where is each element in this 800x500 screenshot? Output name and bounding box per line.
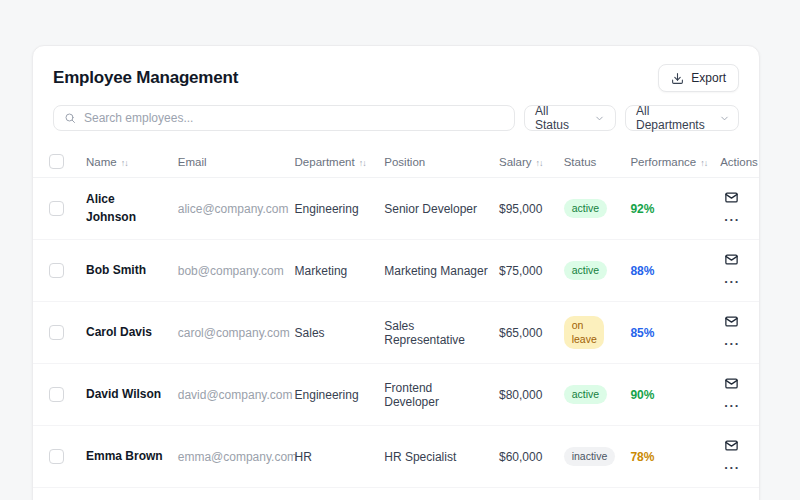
chevron-down-icon <box>594 113 605 124</box>
employee-department: Sales <box>290 302 380 364</box>
column-label: Salary <box>499 156 532 168</box>
employee-name: Emma Brown <box>81 426 173 488</box>
row-checkbox[interactable] <box>49 201 64 216</box>
employee-position: Senior Developer <box>379 178 494 240</box>
search-input[interactable] <box>84 111 504 125</box>
row-select-cell <box>33 426 81 488</box>
table-body: Alice Johnsonalice@company.comEngineerin… <box>33 178 759 488</box>
employee-position: Sales Representative <box>379 302 494 364</box>
employee-salary: $60,000 <box>494 426 559 488</box>
status-badge: active <box>564 385 607 405</box>
row-select-cell <box>33 364 81 426</box>
sort-icon: ↑↓ <box>700 158 707 168</box>
sort-icon: ↑↓ <box>121 158 128 168</box>
employee-position: HR Specialist <box>379 426 494 488</box>
column-header-actions: Actions <box>715 146 759 178</box>
envelope-icon <box>724 438 739 453</box>
employee-position: Frontend Developer <box>379 364 494 426</box>
email-button[interactable] <box>720 312 743 334</box>
table-row: David Wilsondavid@company.comEngineering… <box>33 364 759 426</box>
employee-email: alice@company.com <box>173 178 290 240</box>
performance-value: 85% <box>630 326 654 340</box>
table-row: Alice Johnsonalice@company.comEngineerin… <box>33 178 759 240</box>
column-header-name[interactable]: Name↑↓ <box>81 146 173 178</box>
actions-cell: ··· <box>715 426 759 488</box>
envelope-icon <box>724 376 739 391</box>
employee-table: Name↑↓EmailDepartment↑↓PositionSalary↑↓S… <box>33 146 759 488</box>
performance-value: 90% <box>630 388 654 402</box>
actions-cell: ··· <box>715 364 759 426</box>
column-header-email: Email <box>173 146 290 178</box>
export-button-label: Export <box>691 71 726 85</box>
row-checkbox[interactable] <box>49 387 64 402</box>
email-button[interactable] <box>720 374 743 396</box>
employee-status-cell: active <box>559 364 626 426</box>
performance-value: 78% <box>630 450 654 464</box>
email-button[interactable] <box>720 250 743 272</box>
column-header-status: Status <box>559 146 626 178</box>
row-select-cell <box>33 302 81 364</box>
department-filter-select[interactable]: All Departments <box>625 105 739 131</box>
employee-status-cell: active <box>559 240 626 302</box>
row-select-cell <box>33 240 81 302</box>
status-filter-value: All Status <box>535 104 580 132</box>
more-actions-button[interactable]: ··· <box>720 458 744 477</box>
column-header-department[interactable]: Department↑↓ <box>290 146 380 178</box>
toolbar: All Status All Departments <box>33 105 759 146</box>
email-button[interactable] <box>720 188 743 210</box>
table-row: Bob Smithbob@company.comMarketingMarketi… <box>33 240 759 302</box>
column-label: Department <box>295 156 355 168</box>
envelope-icon <box>724 252 739 267</box>
employee-management-card: Employee Management Export All Status Al… <box>32 45 760 500</box>
employee-performance-cell: 88% <box>625 240 715 302</box>
status-filter-select[interactable]: All Status <box>524 105 616 131</box>
department-filter-value: All Departments <box>636 104 705 132</box>
employee-name: Alice Johnson <box>81 178 173 240</box>
chevron-down-icon <box>719 113 730 124</box>
row-select-cell <box>33 178 81 240</box>
employee-status-cell: on leave <box>559 302 626 364</box>
more-actions-button[interactable]: ··· <box>720 396 744 415</box>
employee-salary: $65,000 <box>494 302 559 364</box>
actions-cell: ··· <box>715 178 759 240</box>
employee-salary: $80,000 <box>494 364 559 426</box>
employee-performance-cell: 90% <box>625 364 715 426</box>
employee-performance-cell: 85% <box>625 302 715 364</box>
row-checkbox[interactable] <box>49 263 64 278</box>
select-all-checkbox[interactable] <box>49 154 64 169</box>
export-button[interactable]: Export <box>658 64 739 92</box>
table-row: Carol Daviscarol@company.comSalesSales R… <box>33 302 759 364</box>
card-header: Employee Management Export <box>33 46 759 105</box>
performance-value: 88% <box>630 264 654 278</box>
actions-cell: ··· <box>715 302 759 364</box>
sort-icon: ↑↓ <box>536 158 543 168</box>
page-title: Employee Management <box>53 68 238 88</box>
performance-value: 92% <box>630 202 654 216</box>
actions-cell: ··· <box>715 240 759 302</box>
employee-email: carol@company.com <box>173 302 290 364</box>
employee-department: Marketing <box>290 240 380 302</box>
employee-status-cell: active <box>559 178 626 240</box>
row-checkbox[interactable] <box>49 325 64 340</box>
column-label: Position <box>384 156 425 168</box>
envelope-icon <box>724 190 739 205</box>
email-button[interactable] <box>720 436 743 458</box>
status-badge: on leave <box>564 316 604 349</box>
column-label: Status <box>564 156 597 168</box>
row-checkbox[interactable] <box>49 449 64 464</box>
more-actions-button[interactable]: ··· <box>720 272 744 291</box>
search-box <box>53 105 515 131</box>
employee-name: David Wilson <box>81 364 173 426</box>
column-header-salary[interactable]: Salary↑↓ <box>494 146 559 178</box>
column-label: Performance <box>630 156 696 168</box>
employee-salary: $75,000 <box>494 240 559 302</box>
employee-performance-cell: 92% <box>625 178 715 240</box>
card-footer: Showing 1 to 5 of 8 entries ‹ Previous 1… <box>33 488 759 500</box>
more-actions-button[interactable]: ··· <box>720 334 744 353</box>
more-actions-button[interactable]: ··· <box>720 210 744 229</box>
column-header-performance[interactable]: Performance↑↓ <box>625 146 715 178</box>
employee-department: Engineering <box>290 364 380 426</box>
column-label: Actions <box>720 156 758 168</box>
download-icon <box>671 72 684 85</box>
employee-status-cell: inactive <box>559 426 626 488</box>
